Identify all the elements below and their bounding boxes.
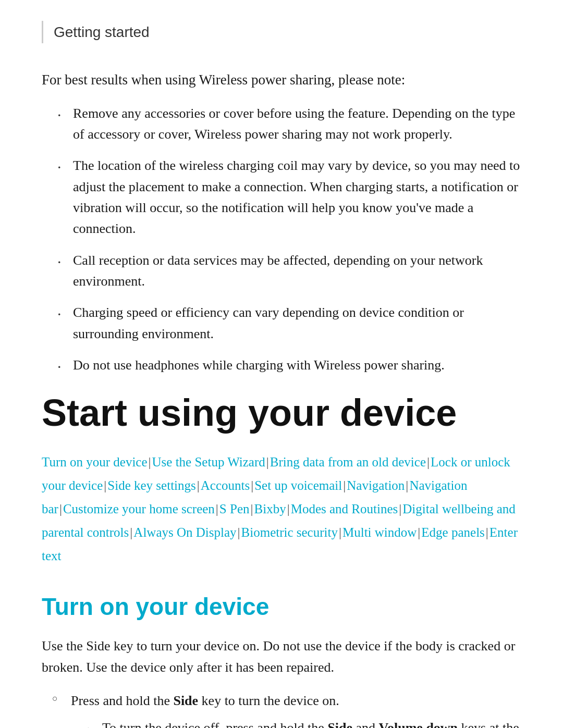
link-multi-window[interactable]: Multi window xyxy=(342,525,417,539)
bold-volume-down-1: Volume down xyxy=(379,720,458,728)
list-item: Call reception or data services may be a… xyxy=(57,250,521,292)
link-biometric[interactable]: Biometric security xyxy=(241,525,338,539)
list-item: Do not use headphones while charging wit… xyxy=(57,355,521,376)
circle-bullet-item: Press and hold the Side key to turn the … xyxy=(52,690,521,728)
section-heading: Turn on your device xyxy=(42,588,521,625)
link-customize-home[interactable]: Customize your home screen xyxy=(63,502,215,516)
link-voicemail[interactable]: Set up voicemail xyxy=(254,478,342,492)
link-bring-data[interactable]: Bring data from an old device xyxy=(270,455,426,469)
intro-bullet-list: Remove any accessories or cover before u… xyxy=(57,103,521,376)
list-item: Charging speed or efficiency can vary de… xyxy=(57,302,521,344)
list-item: Remove any accessories or cover before u… xyxy=(57,103,521,145)
links-section: Turn on your device|Use the Setup Wizard… xyxy=(42,450,521,567)
header-section: Getting started xyxy=(42,21,521,43)
link-edge-panels[interactable]: Edge panels xyxy=(421,525,484,539)
header-title: Getting started xyxy=(54,24,150,40)
link-always-on[interactable]: Always On Display xyxy=(133,525,236,539)
link-setup-wizard[interactable]: Use the Setup Wizard xyxy=(152,455,265,469)
link-modes-routines[interactable]: Modes and Routines xyxy=(291,502,398,516)
circle-bullet-list: Press and hold the Side key to turn the … xyxy=(52,690,521,728)
list-item: The location of the wireless charging co… xyxy=(57,155,521,239)
sub-bullet-item-1: To turn the device off, press and hold t… xyxy=(87,718,521,728)
bold-side-1: Side xyxy=(327,720,352,728)
link-navigation[interactable]: Navigation xyxy=(347,478,405,492)
sub-bullet-list: To turn the device off, press and hold t… xyxy=(87,718,521,728)
link-side-key[interactable]: Side key settings xyxy=(107,478,195,492)
link-turn-on-device[interactable]: Turn on your device xyxy=(42,455,148,469)
intro-text: For best results when using Wireless pow… xyxy=(42,69,521,91)
main-heading: Start using your device xyxy=(42,391,521,435)
link-bixby[interactable]: Bixby xyxy=(254,502,286,516)
bold-side: Side xyxy=(173,693,198,708)
section-body: Use the Side key to turn your device on.… xyxy=(42,636,521,678)
link-accounts[interactable]: Accounts xyxy=(201,478,250,492)
link-spen[interactable]: S Pen xyxy=(219,502,250,516)
